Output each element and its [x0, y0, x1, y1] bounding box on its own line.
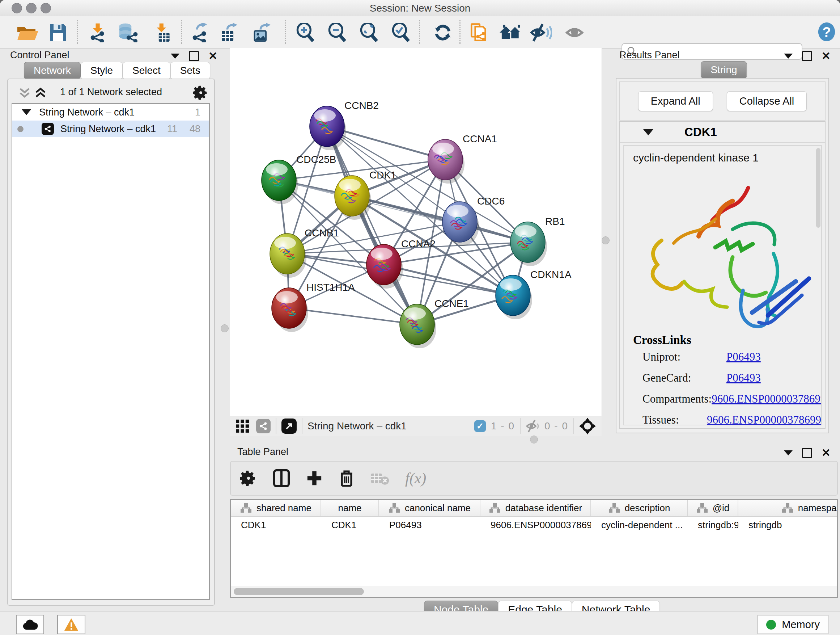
expand-all-button[interactable]: Expand All: [638, 91, 713, 111]
control-panel-title: Control Panel: [10, 50, 69, 61]
table-panel-menu-icon[interactable]: [784, 450, 793, 455]
results-panel-float-icon[interactable]: [802, 51, 812, 61]
table-cell[interactable]: cyclin-dependent ...: [591, 516, 688, 533]
table-panel-float-icon[interactable]: [802, 448, 812, 458]
tab-sets[interactable]: Sets: [171, 62, 210, 79]
control-panel-float-icon[interactable]: [189, 51, 199, 61]
add-column-icon[interactable]: [306, 470, 323, 486]
gene-expander-icon[interactable]: [643, 129, 653, 135]
import-table-icon[interactable]: [153, 23, 173, 42]
home-networks-icon[interactable]: [499, 23, 522, 42]
show-column-selector-icon[interactable]: [273, 469, 290, 488]
hidden-counts: 0 - 0: [545, 420, 568, 432]
scrollbar-thumb[interactable]: [234, 588, 364, 595]
node-label: CCNB1: [305, 227, 339, 239]
hide-panel-eye-slash-icon[interactable]: [530, 23, 552, 42]
graph-edge[interactable]: [327, 126, 417, 325]
zoom-in-icon[interactable]: [294, 23, 316, 42]
graph-node-cdkn1a[interactable]: CDKN1A: [496, 269, 572, 319]
export-table-icon[interactable]: [218, 23, 240, 42]
table-cell[interactable]: 9606.ENSP00000378699: [480, 516, 591, 533]
help-icon[interactable]: ?: [818, 22, 836, 42]
table-cell[interactable]: stringdb: [738, 516, 838, 533]
graph-node-hist1h1a[interactable]: HIST1H1A: [272, 282, 355, 332]
results-scrollbar[interactable]: [816, 148, 821, 228]
column-header-id[interactable]: @id: [688, 500, 738, 516]
network-row-selected[interactable]: String Network – cdk1 11 48: [12, 120, 209, 137]
memory-button[interactable]: Memory: [758, 615, 829, 634]
table-body: CDK1CDK1P064939606.ENSP00000378699cyclin…: [231, 516, 837, 533]
delete-column-icon[interactable]: [339, 469, 355, 487]
control-panel-menu-icon[interactable]: [171, 54, 180, 59]
column-header-canonicalname[interactable]: canonical name: [379, 500, 480, 516]
table-horizontal-scrollbar[interactable]: [231, 586, 837, 597]
node-label: CDK1: [369, 169, 396, 181]
clone-network-icon[interactable]: [469, 23, 490, 42]
crosslink-row: Tissues:9606.ENSP00000378699: [643, 413, 821, 425]
results-panel-menu-icon[interactable]: [784, 54, 793, 59]
warning-status-button[interactable]: [57, 615, 85, 634]
graph-node-rb1[interactable]: RB1: [510, 216, 565, 266]
network-options-gear-icon[interactable]: [193, 85, 208, 100]
column-header-sharedname[interactable]: shared name: [231, 500, 321, 516]
control-panel-close-icon[interactable]: ✕: [208, 52, 218, 60]
crosslink-link[interactable]: P06493: [726, 371, 761, 385]
results-button-row: Expand All Collapse All: [619, 81, 826, 120]
cloud-status-button[interactable]: [16, 615, 44, 634]
table-cell[interactable]: CDK1: [231, 516, 321, 533]
crosslink-link[interactable]: P06493: [726, 350, 761, 363]
table-options-gear-icon[interactable]: [240, 470, 257, 486]
table-row[interactable]: CDK1CDK1P064939606.ENSP00000378699cyclin…: [231, 516, 837, 533]
import-database-icon[interactable]: [117, 23, 139, 42]
node-count: 11: [167, 124, 177, 135]
toolbar-separator: [459, 20, 461, 44]
tab-string[interactable]: String: [701, 61, 747, 79]
collapse-all-button[interactable]: Collapse All: [727, 91, 807, 111]
control-panel: Control Panel ✕ NetworkStyleSelectSets 1…: [0, 48, 224, 611]
node-table[interactable]: shared namenamecanonical namedatabase id…: [230, 499, 838, 598]
graph-edge[interactable]: [289, 308, 417, 325]
crosslink-link[interactable]: 9606.ENSP00000378699: [712, 393, 822, 405]
network-view-canvas[interactable]: CCNB2CCNA1CDC25BCDK1CDC6RB1CCNB1CCNA2CDK…: [230, 48, 602, 416]
column-type-icon: [489, 502, 501, 513]
network-view-type-icon[interactable]: [256, 419, 271, 433]
app-status-bar: Memory: [0, 611, 840, 635]
column-header-namespace[interactable]: namespace: [738, 500, 838, 516]
column-header-description[interactable]: description: [591, 500, 688, 516]
network-graph[interactable]: CCNB2CCNA1CDC25BCDK1CDC6RB1CCNB1CCNA2CDK…: [230, 48, 602, 416]
tree-expander-icon[interactable]: [22, 109, 31, 115]
zoom-selected-icon[interactable]: [390, 23, 412, 42]
export-network-icon[interactable]: [189, 23, 210, 42]
refresh-layout-icon[interactable]: [433, 23, 453, 42]
column-header-databaseidentifier[interactable]: database identifier: [480, 500, 591, 516]
save-session-icon[interactable]: [49, 23, 67, 42]
import-network-icon[interactable]: [88, 23, 109, 42]
zoom-fit-icon[interactable]: [358, 23, 380, 42]
crosslink-link[interactable]: 9606.ENSP00000378699: [707, 413, 821, 425]
export-image-icon[interactable]: [251, 23, 272, 42]
graph-node-ccnb2[interactable]: CCNB2: [309, 100, 379, 150]
open-in-new-window-icon[interactable]: [281, 418, 297, 434]
results-panel-close-icon[interactable]: ✕: [821, 52, 831, 60]
tab-style[interactable]: Style: [81, 62, 123, 79]
birdseye-navigator-icon[interactable]: [579, 418, 596, 434]
crosslink-row: Compartments:9606.ENSP00000378699: [643, 393, 821, 405]
grid-view-icon[interactable]: [235, 419, 249, 433]
selected-indicator-checkbox[interactable]: ✓: [474, 420, 486, 432]
graph-node-cdc6[interactable]: CDC6: [442, 195, 505, 246]
table-panel-close-icon[interactable]: ✕: [821, 449, 831, 457]
table-cell[interactable]: CDK1: [321, 516, 379, 533]
tab-network[interactable]: Network: [24, 62, 81, 79]
graph-node-ccnb1[interactable]: CCNB1: [270, 227, 339, 278]
tab-select[interactable]: Select: [123, 62, 171, 79]
open-session-icon[interactable]: [16, 23, 40, 42]
network-collection-row[interactable]: String Network – cdk1 1: [12, 104, 209, 120]
zoom-out-icon[interactable]: [326, 23, 348, 42]
gene-entry-header[interactable]: CDK1: [620, 122, 825, 143]
show-eye-icon[interactable]: [565, 23, 587, 42]
graph-node-ccne1[interactable]: CCNE1: [400, 298, 469, 348]
table-cell[interactable]: stringdb:9...: [688, 516, 738, 533]
left-splitter-handle[interactable]: [221, 325, 229, 333]
column-header-name[interactable]: name: [321, 500, 379, 516]
table-cell[interactable]: P06493: [379, 516, 480, 533]
